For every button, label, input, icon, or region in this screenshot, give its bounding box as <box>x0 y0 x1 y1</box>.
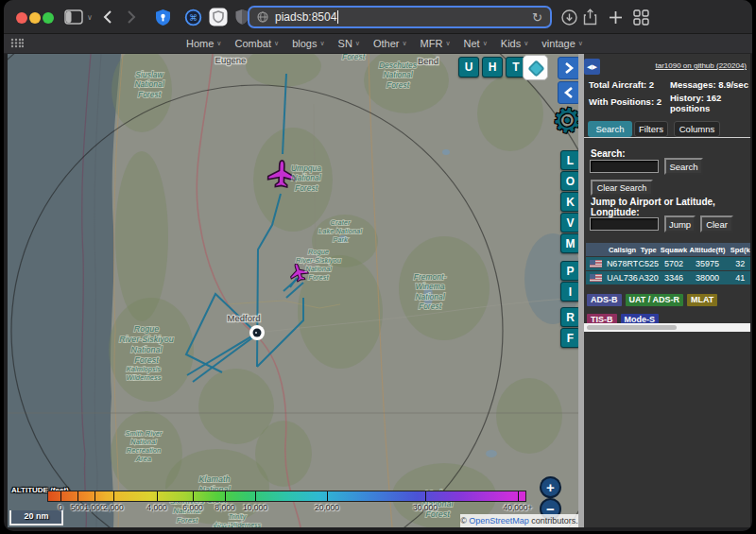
tar1090-github-link[interactable]: tar1090 on github (220204) <box>655 61 747 70</box>
extension-password-icon[interactable] <box>154 0 172 34</box>
url-bar[interactable]: piadsb:8504 ↻ <box>248 6 552 28</box>
badge-mlat[interactable]: MLAT <box>687 294 717 306</box>
aircraft-row-n678rt[interactable]: N678RTC52557023597532 <box>586 257 750 270</box>
map-button-i[interactable]: I <box>560 282 578 301</box>
badge-ads-b[interactable]: ADS-B <box>587 294 622 306</box>
tab-columns[interactable]: Columns <box>674 121 720 137</box>
aircraft-table: CallsignTypeSquawkAltitude(ft)Spd(kN678R… <box>586 243 750 285</box>
tab-search[interactable]: Search <box>588 121 632 137</box>
bookmarks-menu: Home∨Combat∨blogs∨SN∨Other∨MFR∨Net∨Kids∨… <box>186 38 583 49</box>
tab-filters[interactable]: Filters <box>634 121 668 137</box>
bookmark-item-mfr[interactable]: MFR∨ <box>421 38 451 49</box>
table-header-row: CallsignTypeSquawkAltitude(ft)Spd(k <box>586 243 750 256</box>
map-button-l[interactable]: L <box>560 150 578 170</box>
altitude-tick <box>60 491 61 501</box>
zoom-in-button[interactable]: + <box>540 476 561 498</box>
chevron-left-icon <box>563 86 575 99</box>
jump-button[interactable]: Jump <box>664 215 696 233</box>
jump-input[interactable] <box>590 217 659 231</box>
page-content: EugeneBendMedfordForestDeschutesNational… <box>4 54 752 527</box>
layers-button[interactable] <box>523 55 548 80</box>
sidebar-chevron-icon[interactable]: ∨ <box>87 0 93 34</box>
scrollbar-thumb[interactable] <box>587 325 677 330</box>
close-window-button[interactable] <box>16 12 27 24</box>
map-button-m[interactable]: M <box>560 233 578 253</box>
clear-search-button[interactable]: Clear Search <box>591 180 653 196</box>
map-button-r[interactable]: R <box>560 307 578 327</box>
chevron-down-icon: ∨ <box>402 40 406 46</box>
bookmark-item-vintage[interactable]: vintage∨ <box>541 38 583 49</box>
sidebar-toggle-icon[interactable] <box>64 0 83 34</box>
bookmarks-grid-icon[interactable] <box>10 35 24 52</box>
map-area-label: UmpquaNationalForest <box>291 164 322 193</box>
chevron-down-icon: ∨ <box>355 40 360 46</box>
reload-icon[interactable]: ↻ <box>532 10 542 25</box>
expand-panel-button[interactable] <box>558 57 578 79</box>
map-button-o[interactable]: O <box>560 171 578 191</box>
bookmark-item-combat[interactable]: Combat∨ <box>234 38 279 49</box>
bookmark-item-net[interactable]: Net∨ <box>464 38 488 49</box>
map-city-label: Bend <box>418 56 438 66</box>
map-button-h[interactable]: H <box>482 57 503 78</box>
bookmark-item-blogs[interactable]: blogs∨ <box>292 38 324 49</box>
map-button-k[interactable]: K <box>560 192 578 212</box>
bookmark-item-sn[interactable]: SN∨ <box>338 38 360 49</box>
altitude-tick-label: 6,000 <box>182 503 202 512</box>
search-button[interactable]: Search <box>664 158 703 175</box>
column-header[interactable]: Spd(k <box>726 243 750 256</box>
column-header[interactable]: Type <box>638 243 659 256</box>
tab-overview-icon[interactable] <box>633 0 649 34</box>
chevron-down-icon: ∨ <box>274 40 279 46</box>
share-icon[interactable] <box>583 0 597 34</box>
bookmark-item-home[interactable]: Home∨ <box>186 38 221 49</box>
panel-horizontal-scrollbar[interactable] <box>584 323 750 332</box>
column-header[interactable]: Squawk <box>659 243 689 256</box>
bookmarks-bar: Home∨Combat∨blogs∨SN∨Other∨MFR∨Net∨Kids∨… <box>4 34 752 54</box>
badge-uat-ads-r[interactable]: UAT / ADS-R <box>626 294 684 306</box>
altitude-tick-label: 4,000 <box>146 503 166 512</box>
clear-button[interactable]: Clear <box>700 215 733 233</box>
bookmark-item-kids[interactable]: Kids∨ <box>501 38 529 49</box>
extension-shield-light-icon[interactable] <box>209 0 228 34</box>
back-icon[interactable] <box>103 0 112 34</box>
aircraft-row-ual736[interactable]: UAL736A32033463800041 <box>586 271 750 284</box>
flag-cell <box>586 271 607 284</box>
altitude-tick <box>518 491 519 501</box>
minimize-window-button[interactable] <box>29 12 41 24</box>
map[interactable]: EugeneBendMedfordForestDeschutesNational… <box>8 54 578 527</box>
type-cell: C525 <box>638 257 659 270</box>
history-stat: History: 162 positions <box>670 94 736 114</box>
chevron-down-icon: ∨ <box>578 40 583 46</box>
maximize-window-button[interactable] <box>43 12 54 24</box>
altitude-tick <box>225 491 226 501</box>
altitude-tick <box>94 491 95 501</box>
url-text[interactable]: piadsb:8504 <box>275 10 336 24</box>
map-button-u[interactable]: U <box>458 57 479 78</box>
map-button-v[interactable]: V <box>560 213 578 233</box>
us-flag-icon <box>590 274 602 282</box>
downloads-icon[interactable] <box>561 0 577 34</box>
forward-icon[interactable] <box>127 0 136 34</box>
squawk-cell: 3346 <box>659 271 689 284</box>
osm-attribution: © OpenStreetMap contributors. <box>460 514 578 527</box>
us-flag-icon <box>590 260 602 267</box>
speed-cell: 32 <box>726 257 750 270</box>
map-button-f[interactable]: F <box>560 328 578 348</box>
column-header[interactable] <box>586 243 607 256</box>
map-button-p[interactable]: P <box>560 261 578 281</box>
attribution-suffix: contributors. <box>529 516 578 525</box>
speed-cell: 41 <box>726 271 750 284</box>
search-input[interactable] <box>590 160 659 173</box>
column-header[interactable]: Altitude(ft) <box>689 243 727 256</box>
new-tab-icon[interactable] <box>609 0 623 34</box>
search-label: Search: <box>591 148 626 159</box>
column-header[interactable]: Callsign <box>607 243 639 256</box>
bookmark-item-other[interactable]: Other∨ <box>373 38 407 49</box>
tabs-divider <box>584 137 750 138</box>
osm-link[interactable]: OpenStreetMap <box>469 516 529 525</box>
extension-blocker-icon[interactable]: ⌘ <box>184 0 202 34</box>
map-city-label: Eugene <box>215 55 247 65</box>
altitude-tick-label: 10,000 <box>243 503 267 512</box>
flag-cell <box>586 257 607 270</box>
panel-toggle-button[interactable]: ◀▶ <box>584 59 600 75</box>
